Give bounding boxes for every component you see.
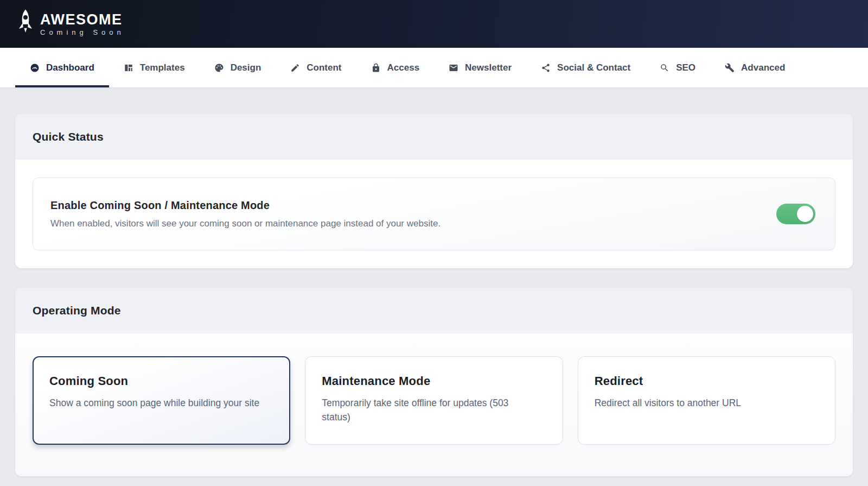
tab-label: Advanced bbox=[741, 62, 785, 73]
tab-design[interactable]: Design bbox=[200, 48, 276, 87]
quick-status-title: Quick Status bbox=[33, 130, 835, 143]
operating-mode-body: Coming Soon Show a coming soon page whil… bbox=[15, 333, 853, 476]
tab-social-contact[interactable]: Social & Contact bbox=[526, 48, 645, 87]
search-icon bbox=[660, 63, 669, 73]
enable-setting-description: When enabled, visitors will see your com… bbox=[50, 218, 441, 229]
mode-description: Show a coming soon page while building y… bbox=[49, 396, 266, 410]
tab-label: SEO bbox=[676, 62, 695, 73]
enable-setting-title: Enable Coming Soon / Maintenance Mode bbox=[50, 199, 441, 212]
tab-label: Design bbox=[231, 62, 261, 73]
quick-status-header: Quick Status bbox=[15, 114, 853, 160]
mode-option-redirect[interactable]: Redirect Redirect all visitors to anothe… bbox=[578, 356, 835, 445]
quick-status-card: Quick Status Enable Coming Soon / Mainte… bbox=[15, 114, 853, 268]
toggle-knob bbox=[797, 206, 813, 222]
mode-description: Temporarily take site offline for update… bbox=[322, 396, 539, 424]
enable-setting-text: Enable Coming Soon / Maintenance Mode Wh… bbox=[50, 199, 441, 229]
tab-newsletter[interactable]: Newsletter bbox=[434, 48, 526, 87]
tab-templates[interactable]: Templates bbox=[109, 48, 200, 87]
mode-title: Redirect bbox=[595, 374, 819, 388]
enable-setting-row: Enable Coming Soon / Maintenance Mode Wh… bbox=[33, 178, 835, 250]
mode-option-coming-soon[interactable]: Coming Soon Show a coming soon page whil… bbox=[33, 356, 290, 445]
templates-grid-icon bbox=[124, 63, 133, 73]
tab-label: Social & Contact bbox=[557, 62, 630, 73]
lock-icon bbox=[371, 63, 381, 73]
brand-logo: AWESOME Coming Soon bbox=[16, 9, 125, 39]
app-header: AWESOME Coming Soon bbox=[0, 0, 868, 48]
rocket-icon bbox=[16, 9, 35, 39]
tab-label: Newsletter bbox=[465, 62, 512, 73]
pencil-icon bbox=[290, 63, 300, 73]
tab-access[interactable]: Access bbox=[356, 48, 435, 87]
mode-title: Coming Soon bbox=[49, 374, 273, 388]
palette-icon bbox=[214, 63, 224, 73]
tab-dashboard[interactable]: Dashboard bbox=[15, 48, 109, 87]
brand-title: AWESOME bbox=[40, 12, 125, 27]
operating-mode-title: Operating Mode bbox=[33, 304, 835, 317]
tab-content[interactable]: Content bbox=[276, 48, 356, 87]
tab-label: Dashboard bbox=[46, 62, 94, 73]
tab-label: Content bbox=[307, 62, 341, 73]
tab-label: Templates bbox=[140, 62, 185, 73]
tab-label: Access bbox=[387, 62, 420, 73]
quick-status-body: Enable Coming Soon / Maintenance Mode Wh… bbox=[15, 160, 853, 268]
share-icon bbox=[541, 63, 551, 73]
brand-subtitle: Coming Soon bbox=[40, 28, 125, 36]
mode-option-maintenance-mode[interactable]: Maintenance Mode Temporarily take site o… bbox=[305, 356, 563, 445]
plugin-settings-page: AWESOME Coming Soon Dashboard Templates bbox=[0, 0, 868, 476]
mode-title: Maintenance Mode bbox=[322, 374, 546, 388]
dashboard-gauge-icon bbox=[30, 63, 40, 73]
settings-content: Quick Status Enable Coming Soon / Mainte… bbox=[0, 87, 868, 476]
mode-description: Redirect all visitors to another URL bbox=[595, 396, 812, 410]
tab-advanced[interactable]: Advanced bbox=[710, 48, 800, 87]
envelope-icon bbox=[449, 63, 458, 73]
operating-mode-header: Operating Mode bbox=[15, 288, 853, 333]
wrench-icon bbox=[725, 63, 735, 73]
enable-toggle[interactable] bbox=[776, 204, 815, 224]
main-nav: Dashboard Templates Design Content bbox=[0, 48, 868, 87]
operating-mode-card: Operating Mode Coming Soon Show a coming… bbox=[15, 288, 853, 476]
tab-seo[interactable]: SEO bbox=[645, 48, 710, 87]
